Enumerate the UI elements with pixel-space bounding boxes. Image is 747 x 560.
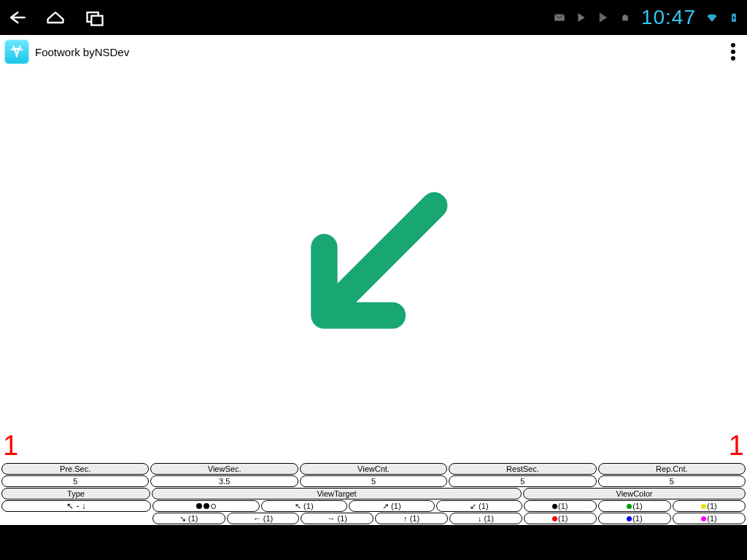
battery-icon	[727, 10, 741, 25]
overflow-menu-icon[interactable]	[724, 39, 743, 65]
counter-right: 1	[729, 430, 744, 462]
viewtarget-sw[interactable]: ↙ (1)	[436, 500, 522, 512]
svg-rect-4	[622, 18, 628, 21]
svg-rect-1	[91, 16, 102, 26]
header-restsec: RestSec.	[449, 463, 596, 475]
viewcolor-blue[interactable]: (1)	[598, 513, 671, 524]
header-viewcnt: ViewCnt.	[300, 463, 447, 475]
actionbar: Footwork byNSDev	[0, 35, 747, 69]
statusbar: 10:47	[0, 0, 747, 35]
controls-panel: Pre.Sec. ViewSec. ViewCnt. RestSec. Rep.…	[0, 463, 747, 525]
mail-icon	[552, 10, 567, 25]
wifi-icon	[705, 10, 719, 25]
back-icon[interactable]	[6, 7, 26, 28]
play-notify-icon	[574, 10, 589, 25]
header-viewtarget: ViewTarget	[152, 488, 522, 499]
viewtarget-up[interactable]: ↑ (1)	[375, 513, 448, 524]
type-glyphs: ↖ - ↓	[66, 501, 86, 512]
clock: 10:47	[641, 6, 696, 29]
value-viewcnt[interactable]: 5	[300, 475, 447, 487]
header-type: Type	[1, 488, 150, 499]
recent-apps-icon[interactable]	[85, 7, 105, 28]
bottom-black-bar	[0, 525, 747, 560]
arrow-canvas: 1 1	[0, 69, 747, 463]
counter-left: 1	[3, 430, 18, 462]
direction-arrow-icon	[279, 171, 468, 361]
viewtarget-right[interactable]: → (1)	[301, 513, 374, 524]
app-logo-icon	[4, 39, 29, 64]
app-body: Footwork byNSDev 1 1 Pre.Sec. ViewSec. V…	[0, 35, 747, 525]
viewcolor-black[interactable]: (1)	[524, 500, 597, 512]
value-viewsec[interactable]: 3.5	[150, 475, 298, 487]
viewtarget-dots[interactable]	[152, 500, 260, 512]
viewtarget-nw[interactable]: ↖ (1)	[261, 500, 347, 512]
android-debug-icon	[618, 10, 632, 25]
header-presec: Pre.Sec.	[1, 463, 149, 475]
viewcolor-yellow[interactable]: (1)	[673, 500, 746, 512]
header-viewcolor: ViewColor	[523, 488, 746, 499]
viewtarget-ne[interactable]: ↗ (1)	[349, 500, 435, 512]
viewtarget-se[interactable]: ↘ (1)	[152, 513, 225, 524]
header-viewsec: ViewSec.	[150, 463, 298, 475]
value-presec[interactable]: 5	[1, 475, 149, 487]
viewtarget-left[interactable]: ← (1)	[227, 513, 300, 524]
viewcolor-magenta[interactable]: (1)	[673, 513, 746, 524]
value-repcnt[interactable]: 5	[598, 475, 746, 487]
viewcolor-green[interactable]: (1)	[598, 500, 671, 512]
header-repcnt: Rep.Cnt.	[598, 463, 746, 475]
svg-line-7	[332, 205, 434, 307]
svg-rect-6	[733, 13, 735, 15]
value-restsec[interactable]: 5	[449, 475, 596, 487]
app-title: Footwork byNSDev	[35, 46, 129, 58]
viewtarget-down[interactable]: ↓ (1)	[449, 513, 522, 524]
viewcolor-red[interactable]: (1)	[524, 513, 597, 524]
play-icon	[596, 10, 611, 25]
value-type[interactable]: ↖ - ↓	[1, 500, 151, 512]
home-icon[interactable]	[45, 7, 66, 28]
